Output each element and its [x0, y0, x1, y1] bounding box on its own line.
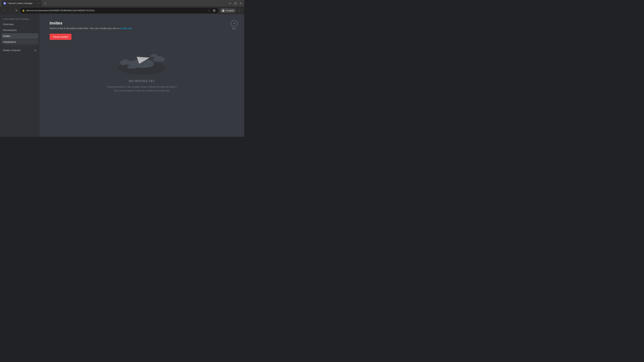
- page-description: Here's a list of all active invite links…: [50, 27, 234, 30]
- svg-rect-7: [214, 11, 215, 11]
- svg-point-15: [159, 57, 165, 62]
- create-one-link[interactable]: create one: [120, 27, 132, 30]
- svg-rect-4: [213, 9, 214, 10]
- esc-circle-icon: ✕: [231, 20, 238, 27]
- sidebar-item-delete-channel[interactable]: Delete Channel 🗑: [1, 47, 38, 53]
- sidebar-channel-name: # EDIT-HERE TEXT CHANN...: [1, 18, 38, 21]
- svg-point-28: [154, 55, 158, 57]
- tab-title: • Discord | Invites | Moodjoy's s...: [8, 2, 36, 4]
- empty-line1: Feeling aimless? Like a paper plane drif…: [107, 85, 177, 88]
- new-tab-button[interactable]: +: [43, 1, 48, 6]
- svg-point-25: [132, 66, 136, 69]
- nav-forward-button[interactable]: →: [8, 8, 13, 13]
- page-title: Invites: [50, 21, 234, 25]
- window-minimize-button[interactable]: [228, 1, 232, 5]
- sidebar-item-invites[interactable]: Invites: [1, 33, 38, 39]
- extension-icon[interactable]: [212, 8, 216, 13]
- sidebar-overview-label: Overview: [3, 23, 14, 26]
- svg-rect-6: [213, 11, 214, 11]
- nav-refresh-button[interactable]: ↻: [14, 8, 19, 13]
- empty-illustration: [117, 49, 167, 75]
- window-restore-button[interactable]: [234, 1, 238, 5]
- pause-invites-button[interactable]: Pause Invites: [50, 34, 72, 40]
- esc-button[interactable]: ✕ ESC: [231, 20, 238, 30]
- lock-icon: 🔒: [22, 9, 25, 12]
- bookmark-icon[interactable]: ☆: [206, 8, 211, 13]
- svg-rect-5: [214, 9, 215, 10]
- sidebar-invites-label: Invites: [3, 34, 10, 37]
- delete-channel-label: Delete Channel: [3, 49, 20, 52]
- settings-main: ✕ ESC Invites Here's a list of all activ…: [40, 14, 244, 137]
- empty-state-description: Feeling aimless? Like a paper plane drif…: [107, 85, 177, 92]
- url-text: discord.com/channels/1182346851781984336…: [26, 9, 205, 12]
- empty-line2: Get some friends in here by creating an …: [114, 89, 170, 92]
- window-close-button[interactable]: ✕: [239, 1, 243, 5]
- address-actions: ☆: [206, 8, 216, 13]
- app-content: # EDIT-HERE TEXT CHANN... Overview Permi…: [0, 14, 244, 137]
- settings-sidebar: # EDIT-HERE TEXT CHANN... Overview Permi…: [0, 14, 40, 137]
- sidebar-item-overview[interactable]: Overview: [1, 21, 38, 27]
- nav-back-button[interactable]: ←: [2, 8, 7, 13]
- browser-tab[interactable]: • Discord | Invites | Moodjoy's s... ✕: [1, 0, 42, 6]
- svg-rect-2: [229, 3, 231, 3]
- window-controls: ✕: [228, 1, 243, 5]
- svg-rect-3: [234, 2, 236, 4]
- svg-point-24: [128, 66, 132, 69]
- browser-addressbar: ← → ↻ 🔒 discord.com/channels/11823468517…: [0, 7, 244, 14]
- svg-point-1: [4, 3, 5, 4]
- sidebar-item-integrations[interactable]: Integrations: [1, 39, 38, 44]
- address-bar[interactable]: 🔒 discord.com/channels/11823468517819843…: [20, 8, 218, 13]
- description-prefix: Here's a list of all active invite links…: [50, 27, 120, 30]
- incognito-icon: [222, 9, 225, 12]
- incognito-label: Incognito: [226, 9, 234, 12]
- incognito-badge: Incognito: [220, 8, 236, 13]
- trash-icon: 🗑: [34, 49, 36, 52]
- description-suffix: .: [132, 27, 133, 30]
- tab-favicon: [3, 2, 6, 5]
- esc-label: ESC: [232, 27, 236, 30]
- sidebar-item-permissions[interactable]: Permissions: [1, 27, 38, 33]
- browser-menu-button[interactable]: ⋮: [237, 8, 242, 13]
- browser-title-bar: • Discord | Invites | Moodjoy's s... ✕ +…: [0, 0, 244, 7]
- empty-state: NO INVITES YET Feeling aimless? Like a p…: [50, 49, 234, 92]
- sidebar-permissions-label: Permissions: [3, 29, 17, 31]
- tab-close-button[interactable]: ✕: [37, 2, 40, 5]
- sidebar-integrations-label: Integrations: [3, 40, 16, 43]
- empty-state-title: NO INVITES YET: [129, 79, 155, 83]
